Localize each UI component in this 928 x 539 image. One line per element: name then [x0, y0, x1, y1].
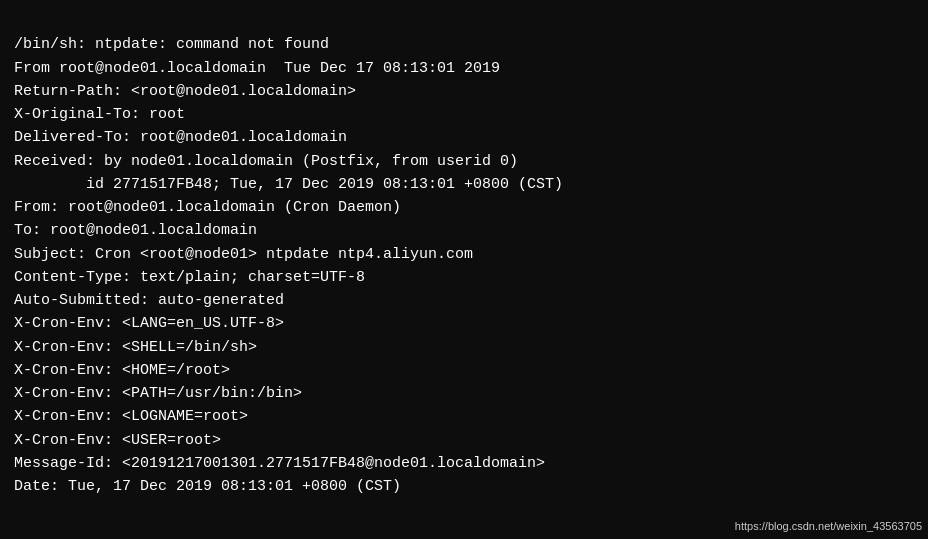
terminal-line: X-Cron-Env: <LANG=en_US.UTF-8> [14, 312, 914, 335]
terminal-line: Return-Path: <root@node01.localdomain> [14, 80, 914, 103]
terminal-output: /bin/sh: ntpdate: command not foundFrom … [14, 10, 914, 498]
terminal-line: Date: Tue, 17 Dec 2019 08:13:01 +0800 (C… [14, 475, 914, 498]
terminal-line: From: root@node01.localdomain (Cron Daem… [14, 196, 914, 219]
terminal-line: Message-Id: <20191217001301.2771517FB48@… [14, 452, 914, 475]
terminal-line: To: root@node01.localdomain [14, 219, 914, 242]
terminal-line: From root@node01.localdomain Tue Dec 17 … [14, 57, 914, 80]
terminal-line: /bin/sh: ntpdate: command not found [14, 33, 914, 56]
terminal-line: Delivered-To: root@node01.localdomain [14, 126, 914, 149]
terminal-line: X-Original-To: root [14, 103, 914, 126]
terminal-line: Auto-Submitted: auto-generated [14, 289, 914, 312]
terminal-line: X-Cron-Env: <USER=root> [14, 429, 914, 452]
terminal-line: X-Cron-Env: <SHELL=/bin/sh> [14, 336, 914, 359]
terminal-line: X-Cron-Env: <PATH=/usr/bin:/bin> [14, 382, 914, 405]
terminal-line: X-Cron-Env: <LOGNAME=root> [14, 405, 914, 428]
watermark: https://blog.csdn.net/weixin_43563705 [735, 518, 922, 535]
terminal-line: id 2771517FB48; Tue, 17 Dec 2019 08:13:0… [14, 173, 914, 196]
terminal-line: Content-Type: text/plain; charset=UTF-8 [14, 266, 914, 289]
terminal-line: Received: by node01.localdomain (Postfix… [14, 150, 914, 173]
terminal-line: X-Cron-Env: <HOME=/root> [14, 359, 914, 382]
terminal-line: Subject: Cron <root@node01> ntpdate ntp4… [14, 243, 914, 266]
